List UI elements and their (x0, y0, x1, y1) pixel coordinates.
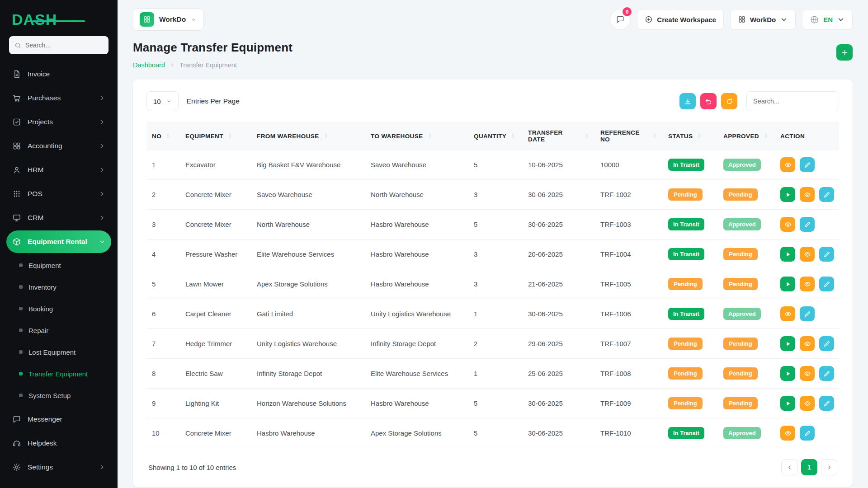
export-button[interactable] (679, 93, 696, 109)
sidebar-item-equipment[interactable]: Equipment (0, 254, 118, 276)
approve-button[interactable] (780, 187, 795, 202)
column-header-to-warehouse[interactable]: TO WAREHOUSE (365, 122, 468, 150)
view-button[interactable] (800, 336, 815, 351)
table-search-input[interactable] (746, 91, 839, 111)
entries-per-page-select[interactable]: 10 (146, 91, 179, 111)
workspace-switcher[interactable]: WorkDo (133, 8, 203, 31)
approve-button[interactable] (780, 277, 795, 291)
sidebar-item-system-setup[interactable]: System Setup (0, 385, 118, 406)
edit-button[interactable] (819, 187, 834, 202)
cell-ref: TRF-1010 (595, 418, 663, 448)
cell-date: 29-06-2025 (523, 329, 595, 359)
edit-button[interactable] (800, 426, 815, 441)
sort-icon (652, 133, 657, 139)
sidebar-item-helpdesk[interactable]: Helpdesk (6, 432, 111, 455)
language-selector[interactable]: EN (802, 9, 853, 30)
view-button[interactable] (800, 366, 815, 381)
sidebar-item-repair[interactable]: Repair (0, 319, 118, 341)
column-header-equipment[interactable]: EQUIPMENT (180, 122, 251, 150)
sidebar-item-crm[interactable]: CRM (6, 206, 111, 229)
cell-status: In Transit (663, 210, 718, 239)
sidebar-item-messenger[interactable]: Messenger (6, 408, 111, 431)
cell-qty: 3 (468, 239, 523, 269)
edit-button[interactable] (800, 157, 815, 172)
sidebar-item-lost-equipment[interactable]: Lost Equipment (0, 341, 118, 363)
sidebar-item-pos[interactable]: POS (6, 183, 111, 205)
refresh-button[interactable] (721, 93, 737, 109)
column-header-transfer-date[interactable]: TRANSFER DATE (523, 122, 595, 150)
status-badge: Approved (723, 218, 761, 230)
approve-button[interactable] (780, 247, 795, 262)
globe-icon (810, 15, 819, 24)
view-button[interactable] (780, 306, 795, 321)
cell-from: Big Basket F&V Warehouse (251, 150, 365, 180)
cell-from: Hasbro Warehouse (251, 418, 365, 448)
workspace-name: WorkDo (159, 15, 186, 23)
column-header-status[interactable]: STATUS (663, 122, 718, 150)
column-header-reference-no[interactable]: REFERENCE NO (595, 122, 663, 150)
per-page-control: 10 Entries Per Page (146, 91, 240, 111)
plus-circle-icon (645, 15, 653, 23)
view-button[interactable] (800, 187, 815, 202)
reset-button[interactable] (700, 93, 717, 109)
view-button[interactable] (780, 426, 795, 441)
edit-button[interactable] (800, 217, 815, 232)
add-transfer-button[interactable] (836, 44, 853, 61)
edit-button[interactable] (819, 277, 834, 291)
column-header-from-warehouse[interactable]: FROM WAREHOUSE (251, 122, 365, 150)
sidebar-item-invoice[interactable]: Invoice (6, 63, 111, 85)
edit-button[interactable] (819, 336, 834, 351)
pencil-icon (804, 310, 811, 318)
column-header-quantity[interactable]: QUANTITY (468, 122, 523, 150)
edit-button[interactable] (819, 247, 834, 262)
sidebar-search-input[interactable] (25, 42, 103, 49)
sidebar-item-hrm[interactable]: HRM (6, 159, 111, 181)
edit-button[interactable] (800, 306, 815, 321)
view-button[interactable] (800, 396, 815, 411)
edit-button[interactable] (819, 366, 834, 381)
column-header-approved[interactable]: APPROVED (718, 122, 775, 150)
sidebar-item-inventory[interactable]: Inventory (0, 276, 118, 298)
pencil-icon (804, 221, 811, 228)
approve-button[interactable] (780, 336, 795, 351)
cell-ref: TRF-1008 (595, 359, 663, 389)
status-badge: Pending (723, 278, 758, 290)
bullet-icon (19, 285, 23, 289)
table-row: 4Pressure WasherElite Warehouse Services… (146, 239, 839, 269)
view-button[interactable] (800, 277, 815, 291)
table-row: 3Concrete MixerNorth WarehouseHasbro War… (146, 210, 839, 239)
column-header-no[interactable]: NO (146, 122, 180, 150)
eye-icon (784, 430, 792, 437)
pagination-next-button[interactable] (821, 459, 837, 475)
sidebar-item-equipment-rental[interactable]: Equipment Rental (6, 230, 111, 253)
pagination-page-1[interactable]: 1 (801, 459, 817, 475)
approve-button[interactable] (780, 396, 795, 411)
row-actions (780, 277, 834, 291)
sidebar-item-transfer-equipment[interactable]: Transfer Equipment (0, 363, 118, 385)
account-menu-button[interactable]: WorkDo (730, 9, 796, 30)
cell-ref: TRF-1005 (595, 269, 663, 299)
cell-status: In Transit (663, 299, 718, 329)
view-button[interactable] (780, 157, 795, 172)
sidebar-item-settings[interactable]: Settings (6, 456, 111, 479)
cell-action (775, 359, 839, 389)
create-workspace-button[interactable]: Create Workspace (637, 9, 724, 30)
view-button[interactable] (780, 217, 795, 232)
cell-date: 30-06-2025 (523, 299, 595, 329)
edit-button[interactable] (819, 396, 834, 411)
sidebar-item-accounting[interactable]: Accounting (6, 135, 111, 157)
sidebar-item-projects[interactable]: Projects (6, 111, 111, 133)
chevron-down-icon (99, 239, 105, 245)
sidebar-search (9, 36, 108, 54)
messages-button[interactable]: 0 (610, 9, 631, 30)
view-button[interactable] (800, 247, 815, 262)
pos-icon (12, 189, 21, 198)
sidebar-item-booking[interactable]: Booking (0, 298, 118, 319)
breadcrumb-dashboard-link[interactable]: Dashboard (133, 61, 165, 69)
sidebar-item-purchases[interactable]: Purchases (6, 87, 111, 109)
brand-logo[interactable]: DASH (0, 7, 118, 35)
approve-button[interactable] (780, 366, 795, 381)
language-label: EN (823, 16, 833, 23)
row-actions (780, 396, 834, 411)
pagination-prev-button[interactable] (781, 459, 797, 475)
